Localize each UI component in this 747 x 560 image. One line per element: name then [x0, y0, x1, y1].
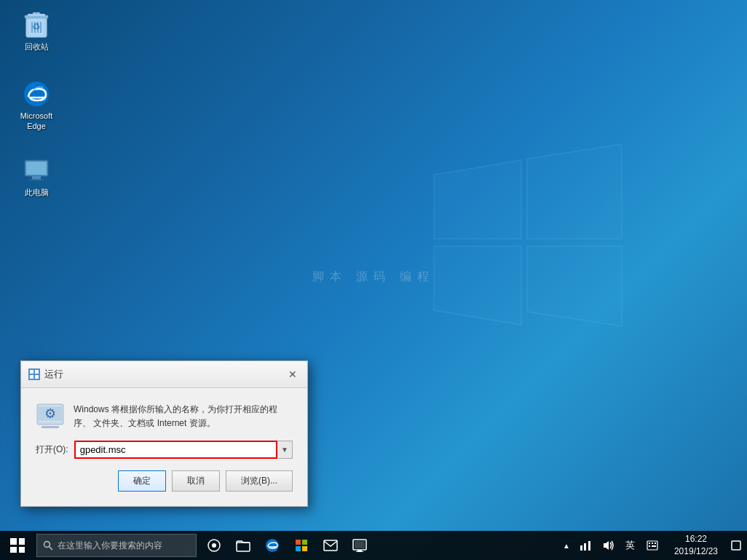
search-icon	[43, 540, 53, 551]
notification-button[interactable]	[725, 531, 747, 560]
recycle-bin-label: 回收站	[25, 42, 49, 52]
recycle-bin-icon-image: ♻	[22, 10, 51, 39]
svg-rect-42	[357, 550, 362, 551]
taskbar-search-bar[interactable]: 在这里输入你要搜索的内容	[36, 534, 197, 557]
svg-rect-22	[30, 375, 33, 379]
run-dialog-dropdown-button[interactable]: ▼	[277, 441, 293, 459]
remote-desktop-button[interactable]	[345, 531, 374, 560]
svg-point-32	[212, 543, 216, 548]
svg-rect-52	[649, 545, 650, 547]
taskbar-clock[interactable]: 16:22 2019/12/23	[667, 531, 725, 560]
svg-rect-49	[649, 543, 650, 544]
my-computer-icon-image	[22, 156, 51, 185]
svg-rect-33	[237, 543, 250, 551]
svg-rect-18	[29, 179, 44, 181]
svg-rect-36	[302, 540, 307, 545]
svg-marker-47	[604, 541, 609, 550]
svg-rect-26	[42, 426, 59, 428]
svg-rect-53	[652, 545, 655, 547]
svg-marker-2	[434, 246, 521, 325]
mail-icon	[323, 540, 338, 551]
recycle-bin-icon[interactable]: ♻ 回收站	[10, 7, 63, 55]
svg-rect-41	[355, 541, 365, 548]
run-dialog-browse-button[interactable]: 浏览(B)...	[226, 470, 293, 492]
run-dialog: 运行 ✕ ⚙ Windows 将根据你所输入的名称，为你打开相应的程序、 文件夹…	[20, 360, 308, 507]
tray-expand-button[interactable]: ▲	[561, 531, 572, 560]
run-dialog-cancel-button[interactable]: 取消	[172, 470, 220, 492]
network-icon[interactable]	[575, 531, 596, 560]
run-dialog-ok-button[interactable]: 确定	[118, 470, 166, 492]
windows-logo-icon	[10, 538, 25, 553]
taskbar-search-placeholder: 在这里输入你要搜索的内容	[58, 540, 162, 552]
svg-rect-37	[296, 546, 301, 551]
run-dialog-input-row: 打开(O): ▼	[36, 441, 293, 459]
run-dialog-info-icon: ⚙	[36, 400, 65, 429]
run-dialog-icon	[28, 368, 40, 380]
file-explorer-icon	[236, 539, 250, 552]
windows-logo-watermark	[427, 131, 631, 335]
run-dialog-info: ⚙ Windows 将根据你所输入的名称，为你打开相应的程序、 文件夹、文档或 …	[36, 400, 293, 430]
svg-rect-46	[588, 541, 590, 551]
edge-taskbar-icon	[265, 538, 280, 553]
svg-marker-3	[527, 246, 622, 326]
task-view-icon	[208, 539, 221, 552]
svg-text:⚙: ⚙	[44, 406, 56, 421]
run-dialog-title-text: 运行	[44, 368, 63, 381]
task-view-button[interactable]	[199, 531, 229, 560]
volume-icon[interactable]	[598, 531, 619, 560]
svg-rect-43	[356, 551, 363, 552]
edge-label: MicrosoftEdge	[20, 111, 53, 132]
store-button[interactable]	[287, 531, 316, 560]
edge-taskbar-button[interactable]	[258, 531, 287, 560]
svg-rect-20	[30, 370, 33, 374]
run-dialog-description: Windows 将根据你所输入的名称，为你打开相应的程序、 文件夹、文档或 In…	[74, 400, 293, 430]
svg-rect-50	[652, 543, 653, 544]
remote-desktop-icon	[352, 539, 367, 552]
ime-icon[interactable]	[642, 531, 663, 560]
svg-rect-51	[655, 543, 656, 544]
run-dialog-input-label: 打开(O):	[36, 443, 68, 456]
my-computer-icon[interactable]: 此电脑	[10, 153, 63, 200]
run-dialog-input[interactable]	[74, 441, 277, 459]
svg-marker-1	[527, 144, 622, 239]
svg-rect-12	[28, 14, 45, 16]
taskbar: 在这里输入你要搜索的内容	[0, 531, 747, 560]
svg-rect-21	[35, 370, 39, 374]
run-dialog-titlebar: 运行 ✕	[21, 361, 307, 388]
system-tray: ▲ 英	[556, 531, 667, 560]
svg-point-29	[44, 542, 50, 548]
svg-rect-44	[580, 545, 582, 551]
svg-rect-23	[35, 375, 39, 379]
svg-rect-45	[584, 543, 586, 551]
clock-date: 2019/12/23	[674, 545, 718, 558]
run-dialog-title-left: 运行	[28, 368, 63, 381]
svg-rect-54	[655, 545, 656, 547]
edge-icon[interactable]: MicrosoftEdge	[10, 76, 63, 135]
svg-rect-55	[732, 541, 740, 550]
clock-time: 16:22	[685, 533, 707, 545]
mail-button[interactable]	[316, 531, 345, 560]
my-computer-label: 此电脑	[25, 187, 49, 197]
svg-rect-39	[324, 540, 337, 551]
svg-line-30	[50, 547, 53, 551]
run-dialog-input-wrapper: ▼	[74, 441, 293, 459]
file-explorer-button[interactable]	[229, 531, 258, 560]
desktop: 脚本 源码 编程 ♻ 回收站	[0, 0, 747, 560]
input-method-indicator[interactable]: 英	[622, 531, 639, 560]
store-icon	[294, 538, 309, 553]
svg-rect-38	[302, 546, 307, 551]
run-dialog-body: ⚙ Windows 将根据你所输入的名称，为你打开相应的程序、 文件夹、文档或 …	[21, 388, 307, 506]
run-dialog-close-button[interactable]: ✕	[285, 367, 300, 382]
svg-marker-0	[434, 160, 521, 239]
edge-icon-image	[22, 79, 51, 109]
start-button[interactable]	[0, 531, 35, 560]
taskbar-right-area: ▲ 英	[556, 531, 747, 560]
watermark-text: 脚本 源码 编程	[312, 269, 435, 285]
run-dialog-buttons: 确定 取消 浏览(B)...	[36, 470, 293, 494]
svg-text:♻: ♻	[32, 21, 41, 32]
svg-rect-17	[32, 176, 41, 179]
svg-rect-35	[296, 540, 301, 545]
notification-icon	[730, 540, 742, 551]
svg-rect-19	[27, 162, 46, 174]
